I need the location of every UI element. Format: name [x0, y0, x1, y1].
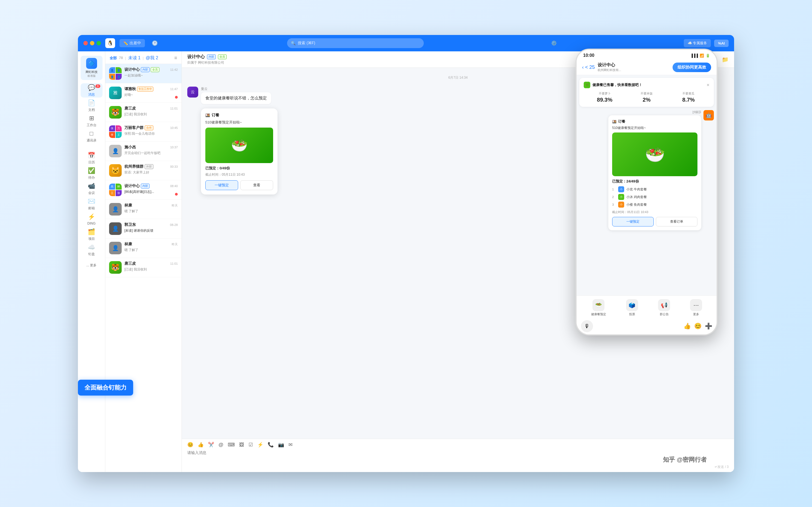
sidebar-item-calendar[interactable]: 📅 日历 [81, 151, 103, 165]
thumbsup-icon[interactable]: 👍 [198, 442, 204, 448]
image-icon[interactable]: 🖼 [239, 442, 244, 448]
chat-name: 万丽客户群 [124, 125, 144, 130]
sidebar-workbench-label: 工作台 [87, 123, 97, 127]
folder-icon[interactable]: 📁 [722, 56, 728, 63]
checkbox-icon[interactable]: ☑ [249, 442, 253, 448]
history-icon[interactable]: 🕐 [149, 40, 160, 46]
chat-item[interactable]: 👤 施小杰 10:37 开完会咱们一起吃午饭吧 [105, 142, 182, 161]
filter-more-icon[interactable]: ≡ [174, 55, 177, 61]
chat-name-row: 万丽客户群 合作 10:45 [124, 125, 178, 130]
lightning-icon[interactable]: ⚡ [257, 442, 263, 448]
chat-name: 设计中心 [124, 183, 140, 188]
travel-button[interactable]: ✏️ 出差中 [119, 39, 145, 47]
ai-button[interactable]: %AI [714, 40, 728, 47]
sidebar-item-nail[interactable]: ☁️ 钉盘 [81, 243, 103, 257]
maximize-button[interactable] [97, 41, 101, 45]
settings-icon[interactable]: ⚙️ [551, 40, 557, 46]
filter-mention[interactable]: @我 2 [146, 55, 158, 61]
sidebar-item-ding[interactable]: ⚡ DING [81, 212, 103, 226]
phone-back-count: < 25 [585, 64, 595, 70]
phone-meal-image: 🥗 [612, 132, 698, 176]
chat-item[interactable]: 🐯 唐三皮 11:01 [已读] 我没收到 [105, 258, 182, 277]
phone-order-button[interactable]: 一键预定 [612, 217, 654, 226]
plus-emoji[interactable]: ➕ [705, 323, 712, 330]
chat-name: 林康 [124, 242, 132, 247]
chat-item[interactable]: 👤 郭卫东 08-28 [未读] 谢谢你的反馈 [105, 219, 182, 238]
chat-avatar: 👤 👤 👤 👤 [109, 67, 122, 80]
work-status-badge: 专注工作中 [137, 87, 153, 92]
chat-item[interactable]: 🐱 杭州养猫群 外部 00:33 双语: 大家早上好 [105, 161, 182, 180]
chat-item[interactable]: 👤 林康 昨天 嗯 了解了 [105, 238, 182, 258]
phone-meal-icon: 🍱 [612, 120, 616, 124]
meal-avatar-1: 小 [618, 186, 624, 192]
phone-header: ‹ < 25 设计中心 杭州网钉科技有... 组织协同更高效 [576, 60, 717, 75]
phone-msg-sender-name: 沙丽莎 [608, 110, 701, 114]
sidebar-item-meeting[interactable]: 📹 会议 [81, 182, 103, 196]
chat-item[interactable]: 👤 林康 昨天 嗯 了解了 [105, 200, 182, 219]
smile-emoji[interactable]: 😊 [694, 323, 702, 330]
org-info[interactable]: 🔷 网钉科技 标准版 [81, 56, 103, 80]
phone-back-button[interactable]: ‹ < 25 [582, 64, 595, 70]
health-close-button[interactable]: ✕ [706, 83, 709, 87]
sidebar-item-contacts[interactable]: □ 通讯录 [81, 129, 103, 144]
phone-time: 10:00 [583, 53, 594, 58]
filter-all[interactable]: 全部 [110, 56, 117, 61]
sidebar-item-todo[interactable]: ✅ 待办 [81, 166, 103, 180]
emoji-icon[interactable]: 😊 [187, 442, 193, 448]
chat-avatar: 高 林 王 张 [109, 183, 122, 196]
chat-avatar: 👤 [109, 203, 122, 216]
phone-view-order-button[interactable]: 查看订单 [656, 217, 698, 226]
search-bar[interactable]: 🔍 搜索 (⌘F) [287, 38, 424, 48]
chat-item[interactable]: 张 万 李 王 万丽客户群 合作 10:45 张熙:我一会儿电话你 [105, 122, 182, 142]
chat-time: 00:33 [170, 165, 178, 168]
phone-icon[interactable]: 📞 [268, 442, 274, 448]
org-badge-phone: 组织协同更高效 [672, 63, 711, 72]
chat-input-hint: ↵发送 / 3 [187, 465, 728, 469]
thumbsup-emoji[interactable]: 👍 [683, 323, 691, 330]
close-button[interactable] [84, 41, 88, 45]
phone-mic-button[interactable]: 🎙 [581, 320, 593, 332]
chat-item[interactable]: 雅 谭雅秋 专注工作中 11:47 好嘞~ [105, 83, 182, 103]
mail-compose-icon[interactable]: ✉ [289, 442, 293, 448]
stat-label-1: 不要萝卜 [584, 92, 625, 96]
sidebar-docs-label: 文档 [88, 108, 95, 112]
chat-item[interactable]: 🐯 唐三皮 11:01 [已读] 我没收到 [105, 103, 182, 122]
travel-icon: ✏️ [123, 41, 128, 45]
minimize-button[interactable] [90, 41, 94, 45]
meal-avatar-3: 小 [618, 202, 624, 208]
stat-value-2: 2% [625, 97, 667, 103]
chat-input[interactable] [187, 450, 728, 463]
exclusive-service-button[interactable]: ☁️ 专属服务 [684, 39, 711, 47]
phone-action-announcement[interactable]: 📢 群公告 [658, 299, 670, 316]
sidebar-ding-label: DING [88, 222, 96, 225]
scissors-icon[interactable]: ✂️ [208, 442, 214, 448]
meal-view-button[interactable]: 查看 [240, 180, 273, 190]
sidebar-item-docs[interactable]: 📄 文档 [81, 99, 103, 113]
phone-action-health[interactable]: 🥗 健康餐预定 [591, 299, 606, 316]
sidebar-item-project[interactable]: 🗂️ 项目 [81, 228, 103, 242]
meal-order-button[interactable]: 一键预定 [205, 180, 238, 190]
chat-item[interactable]: 高 林 王 张 设计中心 内部 08:40 [86条]高轩璐[日志]... [105, 180, 182, 200]
chat-avatar: 👤 [109, 145, 122, 157]
chat-name: 施小杰 [124, 145, 136, 150]
sidebar-item-workbench[interactable]: ⊞ 工作台 [81, 114, 103, 128]
sidebar-messages-label: 消息 [88, 92, 95, 97]
sidebar-item-more[interactable]: ... 更多 [81, 258, 103, 272]
avatar-cell: 张 [109, 125, 115, 131]
chat-toolbar: 😊 👍 ✂️ @ ⌨ 🖼 ☑ ⚡ 📞 📷 ✉ [187, 442, 728, 448]
sidebar-mail-label: 邮箱 [88, 206, 95, 211]
at-icon[interactable]: @ [218, 442, 223, 448]
mail-icon: ✉️ [88, 198, 95, 205]
camera-icon[interactable]: 📷 [278, 442, 284, 448]
avatar-cell: 👤 [116, 74, 122, 80]
sidebar-item-messages[interactable]: 💬 消息 9 [81, 83, 103, 98]
text-format-icon[interactable]: ⌨ [228, 442, 235, 448]
sidebar-item-mail[interactable]: ✉️ 邮箱 [81, 197, 103, 211]
filter-unread[interactable]: 未读 1 [128, 55, 141, 61]
chat-item[interactable]: 👤 👤 👤 👤 设计中心 内部 全员 11:42 [105, 64, 182, 83]
phone-action-vote[interactable]: 🗳️ 投票 [626, 299, 638, 316]
phone-bottom-actions: 🥗 健康餐预定 🗳️ 投票 📢 群公告 ⋯ 更多 [581, 299, 712, 316]
phone-meal-stats: 已预定：24/49份 [612, 179, 698, 184]
avatar-cell: 林 [116, 183, 122, 189]
phone-action-more[interactable]: ⋯ 更多 [690, 299, 702, 316]
